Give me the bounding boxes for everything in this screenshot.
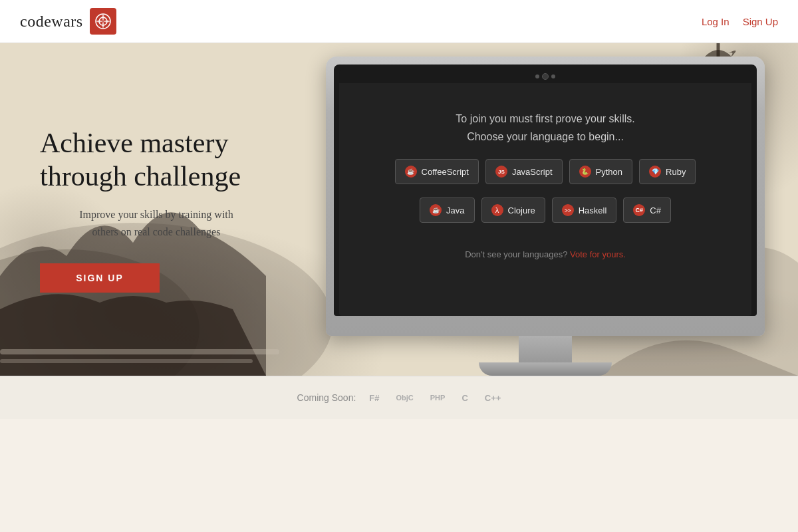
monitor-bezel: To join you must first prove your skills… (334, 65, 757, 316)
coming-soon-langs: F# ObjC PHP C C++ (369, 393, 501, 403)
lang-coffeescript[interactable]: ☕ CoffeeScript (395, 159, 479, 184)
codewars-logo-icon (94, 12, 112, 31)
coming-lang-php: PHP (430, 394, 446, 402)
monitor-camera-bar (339, 70, 751, 83)
coming-soon-label: Coming Soon: (297, 392, 356, 403)
coming-lang-fsharp: F# (369, 393, 379, 403)
monitor-wrapper: To join you must first prove your skills… (326, 43, 765, 376)
lang-javascript[interactable]: JS JavaScript (485, 159, 563, 184)
monitor-stand-neck (519, 336, 572, 362)
hero-title: Achieve mastery through challenge (40, 126, 273, 194)
nav-links: Log In Sign Up (702, 16, 778, 27)
clojure-icon: λ (491, 204, 503, 216)
coming-lang-cpp: C++ (485, 393, 501, 403)
camera-dot-2 (551, 74, 555, 78)
screen-footer: Don't see your languages? Vote for yours… (465, 249, 626, 259)
logo-text: codewars (20, 13, 83, 31)
logo-icon (90, 8, 116, 35)
hero-signup-button[interactable]: SIGN UP (40, 263, 160, 293)
logo-area: codewars (20, 8, 116, 35)
monitor-screen: To join you must first prove your skills… (339, 83, 751, 316)
coming-lang-objc: ObjC (396, 394, 414, 402)
lang-clojure[interactable]: λ Clojure (481, 198, 545, 223)
javascript-icon: JS (495, 166, 507, 178)
header: codewars Log In Sign Up (0, 0, 798, 43)
coming-lang-c: C (462, 393, 467, 403)
monitor-outer: To join you must first prove your skills… (326, 57, 765, 336)
lang-haskell[interactable]: >> Haskell (552, 198, 617, 223)
login-link[interactable]: Log In (702, 16, 730, 27)
screen-intro: To join you must first prove your skills… (456, 110, 634, 146)
monitor: To join you must first prove your skills… (326, 57, 765, 376)
signup-link[interactable]: Sign Up (743, 16, 778, 27)
lang-java[interactable]: ☕ Java (420, 198, 474, 223)
lang-ruby[interactable]: 💎 Ruby (639, 159, 696, 184)
hero-left: Achieve mastery through challenge Improv… (40, 126, 273, 293)
ruby-icon: 💎 (649, 166, 661, 178)
language-buttons-row2: ☕ Java λ Clojure >> Haskell (359, 198, 732, 223)
csharp-icon: C# (633, 204, 645, 216)
java-icon: ☕ (430, 204, 442, 216)
coming-soon-footer: Coming Soon: F# ObjC PHP C C++ (0, 376, 798, 419)
coffeescript-icon: ☕ (405, 166, 417, 178)
python-icon: 🐍 (579, 166, 591, 178)
lang-python[interactable]: 🐍 Python (569, 159, 632, 184)
camera-lens (542, 73, 549, 80)
hero-content: Achieve mastery through challenge Improv… (0, 43, 798, 376)
language-buttons-row1: ☕ CoffeeScript JS JavaScript 🐍 Python (359, 159, 732, 184)
monitor-stand-base (479, 362, 612, 376)
hero-section: Achieve mastery through challenge Improv… (0, 43, 798, 376)
lang-csharp[interactable]: C# C# (623, 198, 671, 223)
hero-subtitle: Improve your skills by training with oth… (40, 206, 273, 240)
haskell-icon: >> (562, 204, 574, 216)
camera-dot (535, 74, 539, 78)
vote-link[interactable]: Vote for yours. (570, 249, 626, 259)
